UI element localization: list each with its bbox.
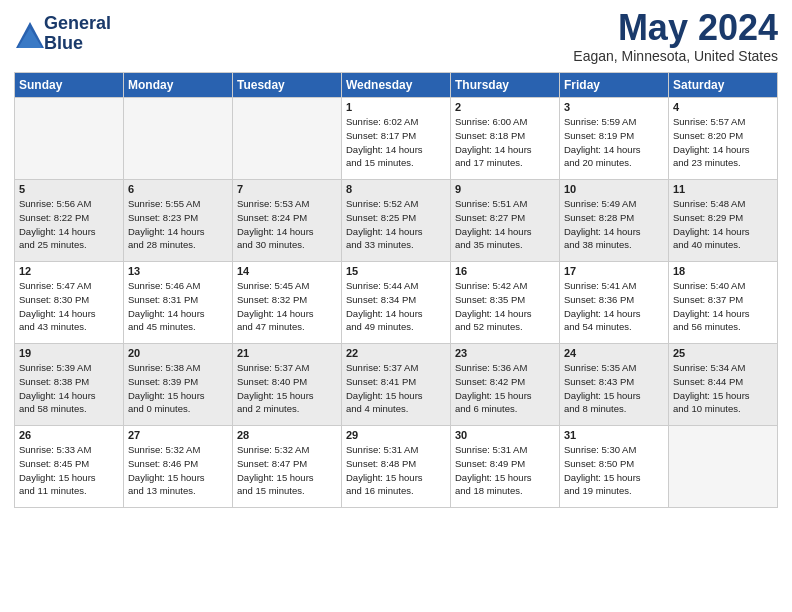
day-number: 3 bbox=[564, 101, 664, 113]
table-row: 20Sunrise: 5:38 AM Sunset: 8:39 PM Dayli… bbox=[124, 344, 233, 426]
day-number: 29 bbox=[346, 429, 446, 441]
day-number: 7 bbox=[237, 183, 337, 195]
calendar: Sunday Monday Tuesday Wednesday Thursday… bbox=[14, 72, 778, 508]
day-info: Sunrise: 5:52 AM Sunset: 8:25 PM Dayligh… bbox=[346, 197, 446, 252]
table-row: 12Sunrise: 5:47 AM Sunset: 8:30 PM Dayli… bbox=[15, 262, 124, 344]
header-saturday: Saturday bbox=[669, 73, 778, 98]
table-row: 1Sunrise: 6:02 AM Sunset: 8:17 PM Daylig… bbox=[342, 98, 451, 180]
logo-line2: Blue bbox=[44, 34, 111, 54]
table-row: 23Sunrise: 5:36 AM Sunset: 8:42 PM Dayli… bbox=[451, 344, 560, 426]
day-info: Sunrise: 5:57 AM Sunset: 8:20 PM Dayligh… bbox=[673, 115, 773, 170]
table-row: 3Sunrise: 5:59 AM Sunset: 8:19 PM Daylig… bbox=[560, 98, 669, 180]
day-info: Sunrise: 5:41 AM Sunset: 8:36 PM Dayligh… bbox=[564, 279, 664, 334]
table-row: 7Sunrise: 5:53 AM Sunset: 8:24 PM Daylig… bbox=[233, 180, 342, 262]
day-number: 21 bbox=[237, 347, 337, 359]
header-tuesday: Tuesday bbox=[233, 73, 342, 98]
month-title: May 2024 bbox=[573, 10, 778, 46]
table-row: 10Sunrise: 5:49 AM Sunset: 8:28 PM Dayli… bbox=[560, 180, 669, 262]
table-row: 4Sunrise: 5:57 AM Sunset: 8:20 PM Daylig… bbox=[669, 98, 778, 180]
day-number: 23 bbox=[455, 347, 555, 359]
table-row: 14Sunrise: 5:45 AM Sunset: 8:32 PM Dayli… bbox=[233, 262, 342, 344]
day-number: 5 bbox=[19, 183, 119, 195]
day-info: Sunrise: 5:45 AM Sunset: 8:32 PM Dayligh… bbox=[237, 279, 337, 334]
table-row: 21Sunrise: 5:37 AM Sunset: 8:40 PM Dayli… bbox=[233, 344, 342, 426]
day-number: 22 bbox=[346, 347, 446, 359]
day-number: 11 bbox=[673, 183, 773, 195]
calendar-week-row: 5Sunrise: 5:56 AM Sunset: 8:22 PM Daylig… bbox=[15, 180, 778, 262]
day-number: 2 bbox=[455, 101, 555, 113]
calendar-week-row: 1Sunrise: 6:02 AM Sunset: 8:17 PM Daylig… bbox=[15, 98, 778, 180]
day-info: Sunrise: 5:44 AM Sunset: 8:34 PM Dayligh… bbox=[346, 279, 446, 334]
location: Eagan, Minnesota, United States bbox=[573, 48, 778, 64]
calendar-week-row: 19Sunrise: 5:39 AM Sunset: 8:38 PM Dayli… bbox=[15, 344, 778, 426]
day-number: 27 bbox=[128, 429, 228, 441]
calendar-header-row: Sunday Monday Tuesday Wednesday Thursday… bbox=[15, 73, 778, 98]
day-info: Sunrise: 5:32 AM Sunset: 8:47 PM Dayligh… bbox=[237, 443, 337, 498]
logo-icon bbox=[14, 20, 42, 48]
table-row: 9Sunrise: 5:51 AM Sunset: 8:27 PM Daylig… bbox=[451, 180, 560, 262]
day-number: 15 bbox=[346, 265, 446, 277]
day-info: Sunrise: 5:31 AM Sunset: 8:48 PM Dayligh… bbox=[346, 443, 446, 498]
day-info: Sunrise: 5:31 AM Sunset: 8:49 PM Dayligh… bbox=[455, 443, 555, 498]
day-number: 20 bbox=[128, 347, 228, 359]
table-row: 11Sunrise: 5:48 AM Sunset: 8:29 PM Dayli… bbox=[669, 180, 778, 262]
day-number: 4 bbox=[673, 101, 773, 113]
day-number: 13 bbox=[128, 265, 228, 277]
day-number: 6 bbox=[128, 183, 228, 195]
table-row bbox=[124, 98, 233, 180]
logo-line1: General bbox=[44, 14, 111, 34]
day-number: 8 bbox=[346, 183, 446, 195]
day-number: 26 bbox=[19, 429, 119, 441]
table-row: 19Sunrise: 5:39 AM Sunset: 8:38 PM Dayli… bbox=[15, 344, 124, 426]
day-number: 30 bbox=[455, 429, 555, 441]
table-row: 6Sunrise: 5:55 AM Sunset: 8:23 PM Daylig… bbox=[124, 180, 233, 262]
day-info: Sunrise: 5:40 AM Sunset: 8:37 PM Dayligh… bbox=[673, 279, 773, 334]
table-row bbox=[15, 98, 124, 180]
table-row: 15Sunrise: 5:44 AM Sunset: 8:34 PM Dayli… bbox=[342, 262, 451, 344]
day-info: Sunrise: 5:55 AM Sunset: 8:23 PM Dayligh… bbox=[128, 197, 228, 252]
header-thursday: Thursday bbox=[451, 73, 560, 98]
table-row: 26Sunrise: 5:33 AM Sunset: 8:45 PM Dayli… bbox=[15, 426, 124, 508]
day-info: Sunrise: 5:30 AM Sunset: 8:50 PM Dayligh… bbox=[564, 443, 664, 498]
day-info: Sunrise: 5:49 AM Sunset: 8:28 PM Dayligh… bbox=[564, 197, 664, 252]
day-info: Sunrise: 5:33 AM Sunset: 8:45 PM Dayligh… bbox=[19, 443, 119, 498]
day-info: Sunrise: 6:00 AM Sunset: 8:18 PM Dayligh… bbox=[455, 115, 555, 170]
table-row: 27Sunrise: 5:32 AM Sunset: 8:46 PM Dayli… bbox=[124, 426, 233, 508]
day-info: Sunrise: 5:59 AM Sunset: 8:19 PM Dayligh… bbox=[564, 115, 664, 170]
table-row: 25Sunrise: 5:34 AM Sunset: 8:44 PM Dayli… bbox=[669, 344, 778, 426]
table-row: 16Sunrise: 5:42 AM Sunset: 8:35 PM Dayli… bbox=[451, 262, 560, 344]
day-number: 1 bbox=[346, 101, 446, 113]
header-sunday: Sunday bbox=[15, 73, 124, 98]
day-number: 24 bbox=[564, 347, 664, 359]
table-row: 18Sunrise: 5:40 AM Sunset: 8:37 PM Dayli… bbox=[669, 262, 778, 344]
calendar-week-row: 12Sunrise: 5:47 AM Sunset: 8:30 PM Dayli… bbox=[15, 262, 778, 344]
day-number: 12 bbox=[19, 265, 119, 277]
table-row: 2Sunrise: 6:00 AM Sunset: 8:18 PM Daylig… bbox=[451, 98, 560, 180]
table-row: 29Sunrise: 5:31 AM Sunset: 8:48 PM Dayli… bbox=[342, 426, 451, 508]
day-info: Sunrise: 5:35 AM Sunset: 8:43 PM Dayligh… bbox=[564, 361, 664, 416]
day-info: Sunrise: 5:39 AM Sunset: 8:38 PM Dayligh… bbox=[19, 361, 119, 416]
table-row: 28Sunrise: 5:32 AM Sunset: 8:47 PM Dayli… bbox=[233, 426, 342, 508]
table-row: 24Sunrise: 5:35 AM Sunset: 8:43 PM Dayli… bbox=[560, 344, 669, 426]
day-info: Sunrise: 5:47 AM Sunset: 8:30 PM Dayligh… bbox=[19, 279, 119, 334]
header-right: May 2024 Eagan, Minnesota, United States bbox=[573, 10, 778, 64]
calendar-week-row: 26Sunrise: 5:33 AM Sunset: 8:45 PM Dayli… bbox=[15, 426, 778, 508]
day-info: Sunrise: 5:37 AM Sunset: 8:40 PM Dayligh… bbox=[237, 361, 337, 416]
day-info: Sunrise: 5:34 AM Sunset: 8:44 PM Dayligh… bbox=[673, 361, 773, 416]
header-friday: Friday bbox=[560, 73, 669, 98]
day-number: 10 bbox=[564, 183, 664, 195]
table-row bbox=[233, 98, 342, 180]
day-info: Sunrise: 5:36 AM Sunset: 8:42 PM Dayligh… bbox=[455, 361, 555, 416]
day-info: Sunrise: 5:56 AM Sunset: 8:22 PM Dayligh… bbox=[19, 197, 119, 252]
table-row: 13Sunrise: 5:46 AM Sunset: 8:31 PM Dayli… bbox=[124, 262, 233, 344]
table-row: 31Sunrise: 5:30 AM Sunset: 8:50 PM Dayli… bbox=[560, 426, 669, 508]
day-info: Sunrise: 5:42 AM Sunset: 8:35 PM Dayligh… bbox=[455, 279, 555, 334]
day-number: 28 bbox=[237, 429, 337, 441]
header: General Blue May 2024 Eagan, Minnesota, … bbox=[14, 10, 778, 64]
header-wednesday: Wednesday bbox=[342, 73, 451, 98]
day-number: 25 bbox=[673, 347, 773, 359]
table-row: 8Sunrise: 5:52 AM Sunset: 8:25 PM Daylig… bbox=[342, 180, 451, 262]
table-row: 22Sunrise: 5:37 AM Sunset: 8:41 PM Dayli… bbox=[342, 344, 451, 426]
day-number: 16 bbox=[455, 265, 555, 277]
table-row: 30Sunrise: 5:31 AM Sunset: 8:49 PM Dayli… bbox=[451, 426, 560, 508]
